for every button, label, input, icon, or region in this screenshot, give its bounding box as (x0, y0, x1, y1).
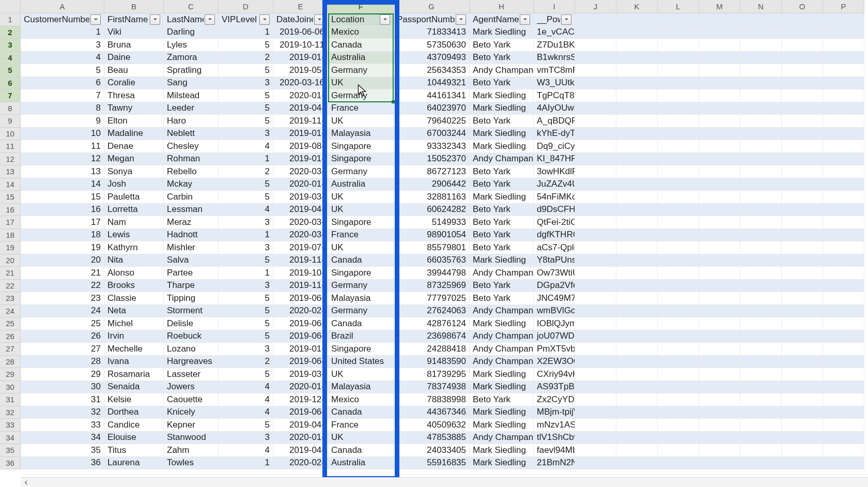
cell-__PowerAppsId__[interactable]: A_qBDQROXFk (534, 115, 575, 128)
empty-cell[interactable] (740, 39, 782, 52)
empty-cell[interactable] (699, 254, 740, 267)
empty-cell[interactable] (740, 356, 782, 369)
cell-__PowerAppsId__[interactable]: wmBVlGcYnyY (534, 305, 575, 318)
cell-FirstName[interactable]: Elton (104, 115, 164, 128)
cell-CustomerNumber[interactable]: 16 (21, 204, 104, 217)
filter-header-__PowerAppsId__[interactable]: __PowerAppsId__ (534, 13, 575, 26)
row-header-14[interactable]: 14 (0, 178, 21, 191)
cell-Location[interactable]: Brazil (328, 330, 394, 343)
cell-CustomerNumber[interactable]: 21 (21, 267, 104, 280)
empty-cell[interactable] (782, 356, 823, 369)
empty-cell[interactable] (699, 330, 740, 343)
column-header-N[interactable]: N (740, 0, 782, 13)
cell-AgentName[interactable]: Beto Yark (470, 216, 534, 229)
empty-cell[interactable] (575, 13, 616, 26)
cell-VIPLevel[interactable]: 4 (219, 444, 273, 457)
empty-cell[interactable] (616, 178, 658, 191)
cell-CustomerNumber[interactable]: 9 (21, 115, 104, 128)
filter-header-LastName[interactable]: LastName (164, 13, 219, 26)
empty-cell[interactable] (699, 381, 740, 394)
empty-cell[interactable] (658, 317, 699, 330)
cell-FirstName[interactable]: Coralie (104, 77, 164, 90)
empty-cell[interactable] (740, 77, 782, 90)
cell-LastName[interactable]: Meraz (164, 216, 219, 229)
filter-dropdown-icon[interactable] (150, 14, 160, 25)
row-header-7[interactable]: 7 (0, 89, 21, 102)
empty-cell[interactable] (782, 64, 823, 77)
cell-AgentName[interactable]: Mark Siedling (470, 254, 534, 267)
cell-PassportNumber[interactable]: 78374938 (394, 381, 470, 394)
cell-CustomerNumber[interactable]: 24 (21, 305, 104, 318)
cell-FirstName[interactable]: Nita (104, 254, 164, 267)
empty-cell[interactable] (658, 102, 699, 115)
cell-AgentName[interactable]: Beto Yark (470, 241, 534, 254)
empty-cell[interactable] (782, 444, 823, 457)
empty-cell[interactable] (782, 292, 823, 305)
empty-cell[interactable] (575, 241, 616, 254)
empty-cell[interactable] (823, 241, 864, 254)
empty-cell[interactable] (740, 204, 782, 217)
cell-CustomerNumber[interactable]: 13 (21, 165, 104, 178)
empty-cell[interactable] (782, 432, 823, 445)
empty-cell[interactable] (823, 267, 864, 280)
filter-dropdown-icon[interactable] (561, 14, 571, 25)
cell-CustomerNumber[interactable]: 25 (21, 317, 104, 330)
cell-PassportNumber[interactable]: 10449321 (394, 77, 470, 90)
cell-PassportNumber[interactable]: 86727123 (394, 165, 470, 178)
cell-CustomerNumber[interactable]: 4 (21, 52, 104, 65)
cell-DateJoined[interactable]: 2019-06- (273, 317, 328, 330)
cell-CustomerNumber[interactable]: 3 (21, 39, 104, 52)
empty-cell[interactable] (616, 305, 658, 318)
empty-cell[interactable] (616, 153, 658, 166)
column-header-A[interactable]: A (21, 0, 104, 13)
row-header-8[interactable]: 8 (0, 102, 21, 115)
empty-cell[interactable] (782, 305, 823, 318)
empty-cell[interactable] (658, 178, 699, 191)
empty-cell[interactable] (740, 191, 782, 204)
cell-DateJoined[interactable]: 2019-11- (273, 115, 328, 128)
empty-cell[interactable] (616, 267, 658, 280)
empty-cell[interactable] (740, 165, 782, 178)
cell-CustomerNumber[interactable]: 33 (21, 419, 104, 432)
empty-cell[interactable] (782, 140, 823, 153)
empty-cell[interactable] (616, 89, 658, 102)
empty-cell[interactable] (575, 140, 616, 153)
cell-Location[interactable]: Canada (328, 406, 394, 419)
cell-FirstName[interactable]: Titus (104, 444, 164, 457)
column-header-F[interactable]: F (328, 0, 394, 13)
empty-cell[interactable] (575, 393, 616, 406)
empty-cell[interactable] (699, 393, 740, 406)
empty-cell[interactable] (616, 406, 658, 419)
cell-DateJoined[interactable]: 2019-11- (273, 254, 328, 267)
cell-AgentName[interactable]: Beto Yark (470, 39, 534, 52)
cell-PassportNumber[interactable]: 44367346 (394, 406, 470, 419)
cell-FirstName[interactable]: Alonso (104, 267, 164, 280)
cell-CustomerNumber[interactable]: 8 (21, 102, 104, 115)
empty-cell[interactable] (782, 457, 823, 470)
empty-cell[interactable] (823, 191, 864, 204)
cell-DateJoined[interactable]: 2020-03-16 (273, 77, 328, 90)
cell-__PowerAppsId__[interactable]: Dq9_ciCyAq8 (534, 140, 575, 153)
cell-FirstName[interactable]: Sonya (104, 165, 164, 178)
cell-CustomerNumber[interactable]: 10 (21, 128, 104, 141)
empty-cell[interactable] (658, 432, 699, 445)
cell-Location[interactable]: Germany (328, 280, 394, 293)
cell-FirstName[interactable]: Josh (104, 178, 164, 191)
cell-PassportNumber[interactable]: 87325969 (394, 280, 470, 293)
empty-cell[interactable] (616, 128, 658, 141)
empty-cell[interactable] (616, 165, 658, 178)
empty-cell[interactable] (823, 26, 864, 39)
row-header-9[interactable]: 9 (0, 115, 21, 128)
cell-AgentName[interactable]: Mark Siedling (470, 191, 534, 204)
empty-cell[interactable] (740, 305, 782, 318)
cell-FirstName[interactable]: Madaline (104, 128, 164, 141)
cell-PassportNumber[interactable]: 43709493 (394, 52, 470, 65)
cell-CustomerNumber[interactable]: 28 (21, 356, 104, 369)
row-header-16[interactable]: 16 (0, 204, 21, 217)
cell-VIPLevel[interactable]: 3 (219, 343, 273, 356)
empty-cell[interactable] (616, 191, 658, 204)
empty-cell[interactable] (658, 280, 699, 293)
empty-cell[interactable] (616, 140, 658, 153)
cell-CustomerNumber[interactable]: 17 (21, 216, 104, 229)
cell-DateJoined[interactable]: 2019-05- (273, 64, 328, 77)
